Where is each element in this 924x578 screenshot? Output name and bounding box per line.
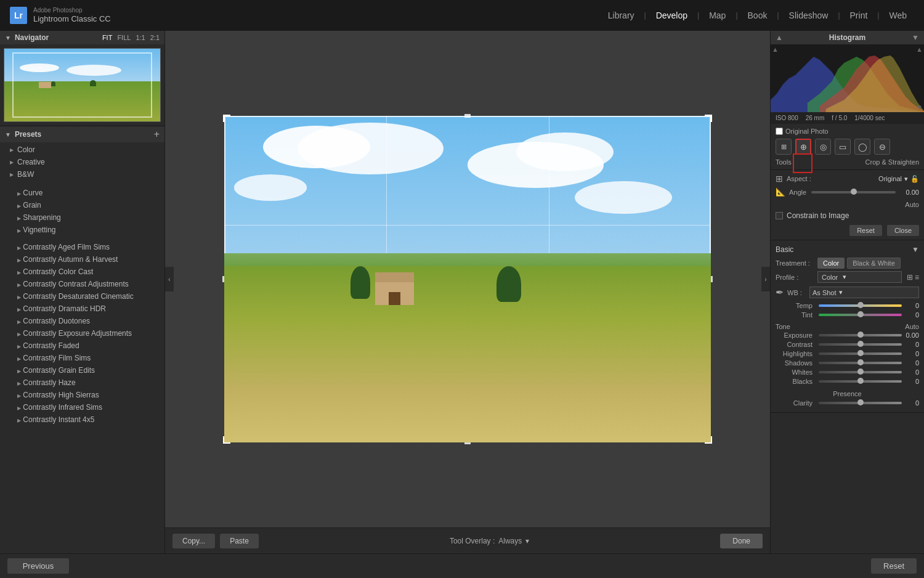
hist-arrow-down-right[interactable]: ▼ [916, 104, 923, 111]
blacks-slider[interactable] [819, 380, 902, 383]
tool-gradient[interactable]: ◯ [854, 139, 870, 155]
tool-crop[interactable]: ⊕ [795, 139, 811, 155]
profile-dropdown-arrow[interactable]: ▾ [843, 273, 846, 281]
profile-select[interactable]: Color ▾ [817, 271, 902, 283]
navigator-toggle[interactable]: ▼ [5, 35, 11, 41]
hist-arrow-up-right[interactable]: ▲ [916, 46, 923, 53]
nav-print[interactable]: Print [843, 8, 875, 23]
wb-select[interactable]: As Shot ▾ [809, 287, 919, 298]
histogram-scroll-down[interactable]: ▼ [912, 33, 919, 42]
aspect-lock-icon[interactable]: 🔓 [910, 175, 919, 183]
exposure-slider[interactable] [819, 334, 902, 336]
hist-arrow-up-left[interactable]: ▲ [772, 46, 779, 53]
clarity-slider[interactable] [819, 402, 902, 404]
contrast-slider[interactable] [819, 343, 902, 346]
tool-overlay-value[interactable]: Always [498, 537, 522, 545]
preset-grain[interactable]: ▶ Grain [0, 199, 164, 211]
preset-contrastly-14[interactable]: ▶ Contrastly Instant 4x5 [0, 413, 164, 426]
preset-contrastly-11[interactable]: ▶ Contrastly Haze [0, 377, 164, 389]
profile-grid-icon[interactable]: ⊞ [907, 273, 913, 282]
preset-contrastly-5[interactable]: ▶ Contrastly Dramatic HDR [0, 303, 164, 315]
blacks-thumb[interactable] [857, 378, 864, 384]
bottom-left-buttons: Copy... Paste [172, 534, 259, 548]
presets-add-button[interactable]: + [154, 129, 160, 140]
shadows-thumb[interactable] [857, 359, 864, 365]
aspect-value[interactable]: Original [878, 175, 902, 182]
angle-thumb[interactable] [851, 189, 857, 195]
profile-list-icon[interactable]: ≡ [915, 273, 919, 282]
nav-library[interactable]: Library [601, 8, 642, 23]
nav-web[interactable]: Web [881, 8, 914, 23]
presets-toggle[interactable]: ▼ [5, 131, 11, 138]
zoom-1-1[interactable]: 1:1 [136, 34, 145, 41]
tool-heal[interactable]: ◎ [815, 139, 831, 155]
clarity-thumb[interactable] [857, 399, 864, 405]
preset-contrastly-6[interactable]: ▶ Contrastly Duotones [0, 315, 164, 327]
preset-bw[interactable]: ▶ B&W [0, 168, 164, 181]
preset-contrastly-4[interactable]: ▶ Contrastly Desaturated Cinematic [0, 290, 164, 303]
constrain-checkbox[interactable] [776, 212, 783, 219]
tool-crop-overlay[interactable]: ⊞ [776, 139, 792, 155]
basic-toggle[interactable]: ▼ [912, 245, 919, 254]
right-panel-arrow[interactable]: › [761, 267, 770, 291]
tone-auto[interactable]: Auto [905, 323, 919, 330]
zoom-fill[interactable]: FILL [117, 34, 131, 41]
preset-color[interactable]: ▶ Color [0, 144, 164, 156]
angle-auto-label[interactable]: Auto [905, 201, 919, 208]
zoom-fit[interactable]: FIT [102, 34, 113, 41]
highlights-value: 0 [904, 350, 919, 357]
histogram-scroll-up[interactable]: ▲ [776, 33, 783, 42]
aspect-dropdown[interactable]: ▾ [904, 175, 908, 183]
preset-contrastly-1[interactable]: ▶ Contrastly Autumn & Harvest [0, 253, 164, 266]
left-panel-arrow[interactable]: ‹ [165, 267, 174, 291]
crop-reset-button[interactable]: Reset [849, 225, 882, 236]
treatment-bw[interactable]: Black & White [847, 258, 900, 269]
tool-brush[interactable]: ⊖ [874, 139, 890, 155]
paste-button[interactable]: Paste [220, 534, 259, 548]
whites-slider[interactable] [819, 371, 902, 373]
preset-contrastly-2[interactable]: ▶ Contrastly Color Cast [0, 266, 164, 278]
treatment-color[interactable]: Color [817, 258, 845, 269]
preset-sharpening[interactable]: ▶ Sharpening [0, 211, 164, 224]
tint-thumb[interactable] [857, 311, 864, 317]
previous-button[interactable]: Previous [7, 558, 69, 574]
tool-overlay-arrow[interactable]: ▾ [525, 537, 529, 545]
shadows-slider[interactable] [819, 362, 902, 364]
highlights-slider[interactable] [819, 352, 902, 355]
nav-develop[interactable]: Develop [649, 8, 695, 23]
preset-vignetting[interactable]: ▶ Vignetting [0, 224, 164, 236]
bottom-right-buttons: Done [720, 534, 763, 548]
preset-contrastly-13[interactable]: ▶ Contrastly Infrared Sims [0, 401, 164, 413]
preset-contrastly-9[interactable]: ▶ Contrastly Film Sims [0, 352, 164, 364]
eyedropper-icon[interactable]: ✒ [776, 287, 784, 298]
bottom-reset-button[interactable]: Reset [871, 558, 917, 574]
preset-contrastly-7[interactable]: ▶ Contrastly Exposure Adjustments [0, 327, 164, 340]
navigator-thumbnail [0, 44, 164, 126]
nav-slideshow[interactable]: Slideshow [782, 8, 836, 23]
angle-ruler-icon: 📐 [776, 187, 785, 197]
preset-creative[interactable]: ▶ Creative [0, 156, 164, 168]
temp-slider[interactable] [819, 304, 902, 307]
zoom-2-1[interactable]: 2:1 [150, 34, 160, 41]
temp-thumb[interactable] [857, 302, 864, 308]
nav-book[interactable]: Book [740, 8, 775, 23]
preset-contrastly-0[interactable]: ▶ Contrastly Aged Film Sims [0, 241, 164, 253]
exposure-thumb[interactable] [857, 332, 864, 338]
copy-button[interactable]: Copy... [172, 534, 215, 548]
contrast-thumb[interactable] [857, 341, 864, 347]
original-photo-checkbox[interactable] [776, 128, 783, 135]
whites-thumb[interactable] [857, 368, 864, 375]
preset-contrastly-8[interactable]: ▶ Contrastly Faded [0, 340, 164, 352]
nav-map[interactable]: Map [702, 8, 733, 23]
tint-slider[interactable] [819, 314, 902, 316]
done-button[interactable]: Done [720, 534, 763, 548]
crop-close-button[interactable]: Close [887, 225, 919, 236]
wb-dropdown-arrow[interactable]: ▾ [839, 288, 843, 296]
preset-contrastly-12[interactable]: ▶ Contrastly High Sierras [0, 389, 164, 401]
preset-contrastly-10[interactable]: ▶ Contrastly Grain Edits [0, 364, 164, 377]
angle-slider[interactable] [811, 191, 896, 193]
tool-redeye[interactable]: ▭ [835, 139, 851, 155]
preset-contrastly-3[interactable]: ▶ Contrastly Contrast Adjustments [0, 278, 164, 290]
highlights-thumb[interactable] [857, 350, 864, 356]
preset-curve[interactable]: ▶ Curve [0, 187, 164, 199]
